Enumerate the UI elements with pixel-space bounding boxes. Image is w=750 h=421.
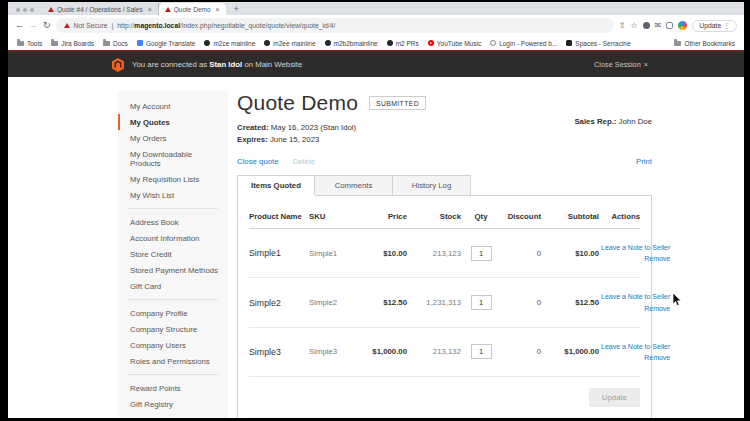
- mail-extension-icon[interactable]: ✉: [655, 22, 662, 30]
- reload-icon[interactable]: ↻: [43, 21, 51, 30]
- sidebar-item-gift-registry[interactable]: Gift Registry: [118, 396, 228, 412]
- expires-label: Expires:: [237, 135, 268, 144]
- product-name: Simple3: [249, 347, 307, 357]
- sidebar-item-my-account[interactable]: My Account: [118, 98, 228, 114]
- share-icon[interactable]: ⇧: [619, 22, 626, 30]
- github-icon: [387, 40, 393, 46]
- page-title: Quote Demo: [237, 91, 358, 115]
- sidebar-item-my-requisition-lists[interactable]: My Requisition Lists: [118, 171, 228, 187]
- chrome-update-button[interactable]: Update ⋮: [692, 20, 737, 32]
- tab-items-quoted[interactable]: Items Quoted: [237, 175, 315, 196]
- bookmark-login[interactable]: Login - Powered b...: [490, 40, 557, 47]
- tab-close-icon[interactable]: ×: [216, 6, 220, 13]
- magento-logo-icon: [112, 58, 124, 72]
- col-qty: Qty: [463, 212, 499, 221]
- sidebar-item-my-orders[interactable]: My Orders: [118, 130, 228, 146]
- sidebar-item-stored-payment-methods[interactable]: Stored Payment Methods: [118, 262, 228, 278]
- leave-note-link[interactable]: Leave a Note to Seller: [601, 343, 670, 350]
- delete-quote-link: Delete: [293, 157, 316, 166]
- bookmark-docs[interactable]: Docs: [103, 40, 128, 47]
- bookmark-label: m2ce mainline: [213, 40, 255, 47]
- sidebar-divider: [128, 374, 218, 375]
- table-row: Simple1 Simple1 $10.00 213,123 0 $10.00 …: [249, 229, 640, 278]
- sidebar-item-store-credit[interactable]: Store Credit: [118, 246, 228, 262]
- other-bookmarks-button[interactable]: Other Bookmarks: [674, 40, 735, 47]
- bookmark-google-translate[interactable]: Google Translate: [137, 40, 196, 47]
- table-header-row: Product Name SKU Price Stock Qty Discoun…: [249, 207, 640, 229]
- back-icon[interactable]: ←: [15, 21, 24, 30]
- bookmark-spaces[interactable]: Spaces - Serracine: [566, 40, 630, 47]
- sidebar-item-my-quotes[interactable]: My Quotes: [118, 114, 228, 130]
- browser-tab-2-active[interactable]: Quote Demo ×: [159, 3, 226, 15]
- sidebar-item-roles-and-permissions[interactable]: Roles and Permissions: [118, 353, 228, 369]
- address-bar[interactable]: Not Secure | http://magento.local/index.…: [56, 18, 614, 33]
- product-stock: 213,132: [409, 347, 461, 356]
- sidebar-item-reward-points[interactable]: Reward Points: [118, 380, 228, 396]
- translate-icon: [137, 40, 143, 46]
- product-discount: 0: [501, 298, 541, 307]
- session-message-suffix: on Main Website: [244, 60, 302, 69]
- tab-comments[interactable]: Comments: [315, 175, 393, 196]
- kebab-menu-icon[interactable]: ⋮: [723, 22, 730, 30]
- product-sku: Simple3: [309, 347, 355, 356]
- window-minimize-dot[interactable]: [23, 8, 27, 12]
- bookmark-tools[interactable]: Tools: [17, 40, 42, 47]
- bookmark-m2b2bmainline[interactable]: m2b2bmainline: [325, 40, 378, 47]
- forward-icon[interactable]: →: [29, 21, 38, 30]
- qty-input[interactable]: [471, 295, 492, 310]
- sidebar-item-gift-card[interactable]: Gift Card: [118, 278, 228, 294]
- github-icon: [204, 40, 210, 46]
- url-path: /index.php/negotiable_quote/quote/view/q…: [180, 22, 335, 29]
- window-controls[interactable]: [8, 8, 42, 15]
- sidebar-item-my-product-reviews[interactable]: My Product Reviews: [118, 412, 228, 418]
- not-secure-label: Not Secure: [74, 22, 108, 29]
- window-maximize-dot[interactable]: [30, 8, 34, 12]
- bookmark-m2ee-mainline[interactable]: m2ee mainline: [264, 40, 315, 47]
- sidebar-item-company-users[interactable]: Company Users: [118, 337, 228, 353]
- sidebar-item-my-wish-list[interactable]: My Wish List: [118, 187, 228, 203]
- tab-history-log[interactable]: History Log: [393, 175, 471, 196]
- extension-icon-2[interactable]: [666, 22, 673, 29]
- table-row: Simple2 Simple2 $12.50 1,231,313 0 $12.5…: [249, 278, 640, 327]
- sidebar-item-account-information[interactable]: Account Information: [118, 230, 228, 246]
- bookmark-youtube-music[interactable]: YouTube Music: [428, 40, 481, 47]
- product-stock: 1,231,313: [409, 298, 461, 307]
- print-link[interactable]: Print: [636, 157, 652, 166]
- product-name: Simple1: [249, 248, 307, 258]
- remove-link[interactable]: Remove: [644, 255, 670, 262]
- items-quoted-panel: Product Name SKU Price Stock Qty Discoun…: [237, 195, 652, 418]
- remove-link[interactable]: Remove: [644, 305, 670, 312]
- product-discount: 0: [501, 249, 541, 258]
- close-quote-link[interactable]: Close quote: [237, 157, 279, 166]
- sidebar-item-my-downloadable-products[interactable]: My Downloadable Products: [118, 146, 228, 171]
- session-message-prefix: You are connected as: [132, 60, 207, 69]
- tab-close-icon[interactable]: ×: [148, 6, 152, 13]
- bookmark-label: Login - Powered b...: [499, 40, 557, 47]
- bookmark-m2-prs[interactable]: m2 PRs: [387, 40, 419, 47]
- extension-icon-1[interactable]: [643, 22, 650, 29]
- bookmark-star-icon[interactable]: ☆: [630, 22, 637, 30]
- url-host: magento.local: [134, 22, 180, 29]
- close-session-button[interactable]: Close Session ×: [594, 60, 648, 69]
- qty-input[interactable]: [471, 246, 492, 261]
- sidebar-item-address-book[interactable]: Address Book: [118, 214, 228, 230]
- product-sku: Simple1: [309, 249, 355, 258]
- leave-note-link[interactable]: Leave a Note to Seller: [601, 244, 670, 251]
- qty-input[interactable]: [471, 344, 492, 359]
- browser-tab-1[interactable]: Quote #4 / Operations / Sales ×: [42, 3, 159, 15]
- profile-avatar[interactable]: [678, 21, 687, 30]
- remove-link[interactable]: Remove: [644, 354, 670, 361]
- sidebar-item-company-profile[interactable]: Company Profile: [118, 305, 228, 321]
- window-close-dot[interactable]: [16, 8, 20, 12]
- new-tab-button[interactable]: +: [226, 4, 247, 15]
- bookmark-jira-boards[interactable]: Jira Boards: [51, 40, 94, 47]
- tab-title: Quote #4 / Operations / Sales: [57, 6, 143, 13]
- folder-icon: [674, 41, 681, 46]
- not-secure-warning-icon: [64, 23, 70, 28]
- leave-note-link[interactable]: Leave a Note to Seller: [601, 293, 670, 300]
- col-sku: SKU: [309, 212, 355, 221]
- update-button[interactable]: Update: [589, 388, 640, 407]
- bookmark-m2ce-mainline[interactable]: m2ce mainline: [204, 40, 255, 47]
- sidebar-item-company-structure[interactable]: Company Structure: [118, 321, 228, 337]
- quote-page: My Account My Quotes My Orders My Downlo…: [8, 77, 744, 418]
